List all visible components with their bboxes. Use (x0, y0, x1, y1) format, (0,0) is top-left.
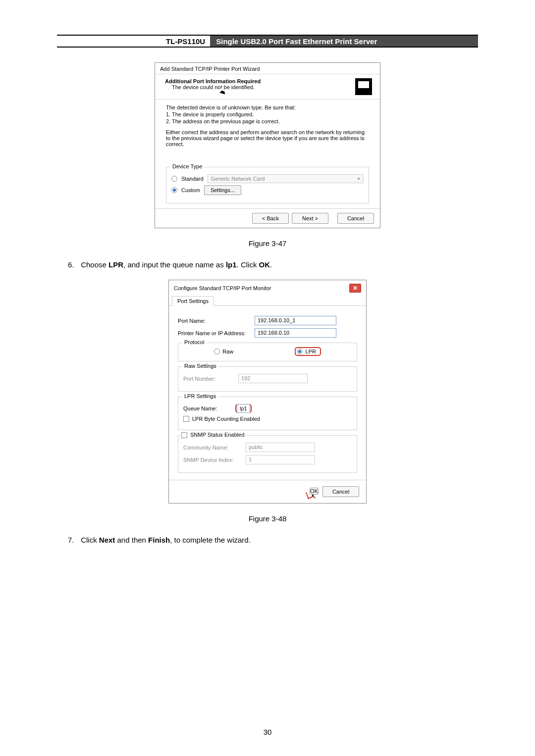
community-input: public (246, 443, 315, 452)
step6-mid2: . Click (237, 260, 259, 269)
snmp-index-label: SNMP Device Index: (183, 457, 243, 463)
lpr-byte-checkbox[interactable] (183, 416, 189, 422)
step7-end: , to complete the wizard. (170, 536, 251, 544)
info-line3: 2. The address on the previous page is c… (166, 118, 369, 124)
step6-b2: lp1 (226, 260, 237, 269)
step6-mid: , and input the queue name as (123, 260, 226, 269)
info-line2: 1. The device is properly configured. (166, 111, 369, 117)
step-7: 7. Click Next and then Finish, to comple… (68, 536, 478, 544)
tab-port-settings[interactable]: Port Settings (172, 296, 214, 306)
wizard-dialog: Add Standard TCP/IP Printer Port Wizard … (155, 62, 380, 228)
step-6: 6. Choose LPR, and input the queue name … (68, 260, 478, 269)
ok-button-wrap: OK ↖ (310, 486, 319, 497)
queue-name-label: Queue Name: (183, 405, 235, 411)
next-button[interactable]: Next > (292, 213, 328, 224)
standard-dropdown: Generic Network Card ▾ (208, 174, 364, 183)
close-icon[interactable]: ✕ (349, 284, 361, 293)
cursor-icon (219, 89, 227, 96)
port-number-input: 192 (238, 374, 308, 383)
dialog-title: Add Standard TCP/IP Printer Port Wizard (155, 63, 380, 72)
cancel-button[interactable]: Cancel (337, 213, 374, 224)
step7-b2: Finish (148, 536, 170, 544)
step7-mid: and then (115, 536, 148, 544)
step6-pre: Choose (81, 260, 108, 269)
queue-name-input[interactable]: lp1 (237, 404, 250, 413)
printer-ip-input[interactable]: 192.168.0.10 (255, 328, 336, 338)
figure-47-label: Figure 3-47 (57, 239, 478, 248)
printer-icon (355, 78, 372, 95)
header-sub: The device could not be identified. (165, 84, 255, 90)
queue-highlight: lp1 (235, 404, 252, 413)
step6-end: . (270, 260, 272, 269)
cancel-button-2[interactable]: Cancel (322, 486, 359, 497)
port-name-label: Port Name: (178, 318, 255, 324)
info-para2: Either correct the address and perform a… (166, 129, 369, 147)
tab-row: Port Settings (169, 296, 366, 306)
header-bold: Additional Port Information Required (165, 78, 261, 84)
raw-settings-legend: Raw Settings (182, 363, 218, 369)
dialog-header: Additional Port Information Required The… (155, 74, 380, 100)
lpr-settings-legend: LPR Settings (182, 393, 218, 399)
step6-b3: OK (259, 260, 270, 269)
step6-num: 6. (68, 260, 79, 269)
step6-b1: LPR (108, 260, 123, 269)
step7-num: 7. (68, 536, 79, 544)
standard-radio[interactable] (171, 176, 177, 182)
raw-label: Raw (222, 349, 233, 354)
chevron-down-icon: ▾ (358, 176, 360, 181)
community-label: Community Name: (183, 445, 243, 451)
lpr-highlight: LPR (295, 347, 321, 356)
doc-header: TL-PS110U Single USB2.0 Port Fast Ethern… (57, 35, 478, 48)
standard-label: Standard (181, 176, 204, 182)
port-name-input[interactable]: 192.168.0.10_1 (255, 316, 336, 325)
settings-button[interactable]: Settings... (204, 185, 241, 195)
protocol-legend: Protocol (182, 339, 206, 345)
page-number: 30 (0, 728, 535, 736)
port-number-label: Port Number: (183, 376, 235, 382)
doc-title: Single USB2.0 Port Fast Ethernet Print S… (210, 36, 478, 47)
lpr-byte-label: LPR Byte Counting Enabled (192, 416, 260, 422)
device-type-group: Device Type Standard Generic Network Car… (166, 167, 369, 203)
model-label: TL-PS110U (57, 36, 210, 47)
custom-label: Custom (181, 187, 200, 193)
step7-pre: Click (81, 536, 99, 544)
custom-radio[interactable] (171, 187, 177, 193)
step7-b1: Next (99, 536, 115, 544)
snmp-group: SNMP Status Enabled Community Name: publ… (178, 435, 357, 473)
cursor-icon: ↖ (311, 493, 317, 500)
lpr-label: LPR (305, 349, 316, 354)
info-line1: The detected device is of unknown type. … (166, 104, 369, 110)
lpr-settings-group: LPR Settings Queue Name: lp1 LPR Byte Co… (178, 397, 357, 430)
port-monitor-dialog: Configure Standard TCP/IP Port Monitor ✕… (168, 280, 367, 504)
raw-settings-group: Raw Settings Port Number: 192 (178, 366, 357, 392)
lpr-radio[interactable] (297, 349, 303, 354)
printer-ip-label: Printer Name or IP Address: (178, 330, 255, 336)
back-button[interactable]: < Back (252, 213, 289, 224)
figure-48-label: Figure 3-48 (57, 514, 478, 523)
standard-dropdown-value: Generic Network Card (211, 176, 265, 182)
protocol-group: Protocol Raw LPR (178, 343, 357, 361)
device-type-legend: Device Type (170, 163, 204, 169)
dialog2-title: Configure Standard TCP/IP Port Monitor (174, 285, 271, 291)
snmp-status-checkbox[interactable] (181, 432, 187, 438)
snmp-status-legend: SNMP Status Enabled (180, 432, 245, 438)
snmp-status-label: SNMP Status Enabled (190, 432, 244, 438)
snmp-index-input: 1 (246, 455, 315, 464)
raw-radio[interactable] (214, 349, 220, 354)
